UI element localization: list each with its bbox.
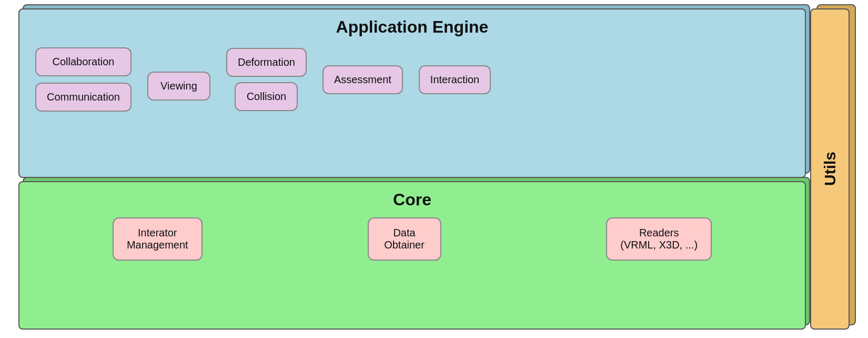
collision-box: Collision <box>235 82 298 111</box>
assessment-box: Assessment <box>322 65 403 94</box>
viewing-box: Viewing <box>147 72 210 101</box>
app-engine-modules-row: Collaboration Communication Viewing Defo… <box>30 45 794 114</box>
communication-box: Communication <box>35 83 132 112</box>
utils-panel: Utils <box>810 8 850 330</box>
diagram-container: Application Engine Collaboration Communi… <box>18 8 850 330</box>
deform-coll-group: Deformation Collision <box>226 48 307 111</box>
core-title: Core <box>30 190 794 210</box>
core-modules-row: InteratorManagement DataObtainer Readers… <box>30 217 794 261</box>
interaction-box: Interaction <box>419 65 491 94</box>
utils-label: Utils <box>821 152 839 186</box>
core-layer: Core InteratorManagement DataObtainer Re… <box>18 181 806 330</box>
app-engine-layer: Application Engine Collaboration Communi… <box>18 8 806 178</box>
deformation-box: Deformation <box>226 48 307 77</box>
interator-management-box: InteratorManagement <box>113 217 203 261</box>
readers-box: Readers(VRML, X3D, ...) <box>606 217 712 261</box>
collab-comm-group: Collaboration Communication <box>35 47 132 112</box>
main-area: Application Engine Collaboration Communi… <box>18 8 806 330</box>
data-obtainer-box: DataObtainer <box>368 217 441 261</box>
app-engine-title: Application Engine <box>30 17 794 37</box>
collaboration-box: Collaboration <box>35 47 132 76</box>
